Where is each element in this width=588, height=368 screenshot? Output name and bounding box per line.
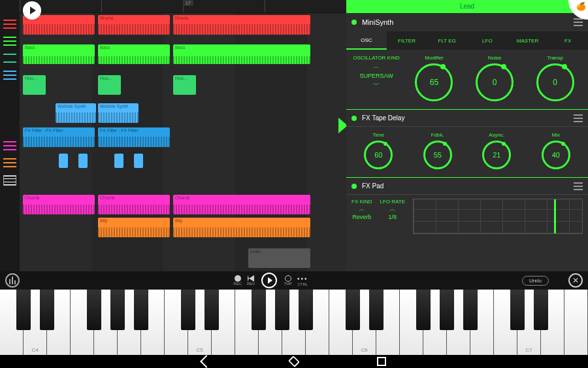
clip-auto[interactable]	[59, 154, 68, 168]
black-key[interactable]	[463, 290, 478, 330]
clip-fxfilter[interactable]: FX Filter : FX Filter	[98, 127, 170, 147]
knob-async[interactable]: 21	[482, 141, 511, 169]
tool-bass[interactable]	[3, 37, 16, 46]
tab-flteg[interactable]: FLT EG	[427, 31, 467, 50]
black-key[interactable]	[40, 290, 54, 330]
knob-label: Transp	[547, 55, 563, 61]
black-key[interactable]	[416, 290, 431, 330]
chevron-up-icon[interactable]: ︿	[359, 206, 365, 212]
black-key[interactable]	[440, 290, 454, 330]
clip-bass[interactable]: Bass	[23, 44, 95, 64]
black-key[interactable]	[87, 290, 101, 330]
black-key[interactable]	[346, 290, 360, 330]
chevron-up-icon[interactable]: ︿	[373, 63, 380, 70]
knob-fdbk[interactable]: 55	[423, 141, 452, 169]
black-key[interactable]	[181, 290, 195, 330]
knob-time[interactable]: 60	[364, 141, 393, 169]
tool-piano[interactable]	[3, 175, 16, 186]
tool-blip[interactable]	[3, 158, 16, 167]
clip-fxfilter[interactable]: FX Filter : FX Filter	[23, 127, 95, 147]
tool-chords[interactable]	[3, 141, 16, 150]
black-key[interactable]	[204, 290, 219, 330]
ctrl-button[interactable]: •••CTRL	[297, 275, 308, 286]
clip-blip[interactable]: Blip	[173, 218, 310, 237]
menu-icon[interactable]	[574, 18, 583, 26]
black-key[interactable]	[134, 290, 148, 330]
tapedelay-name: FX Tape Delay	[362, 114, 404, 122]
nav-home-icon[interactable]	[288, 356, 300, 367]
clip-wobble[interactable]: Wobble Synth	[98, 103, 139, 123]
clip-drums[interactable]: Drums	[98, 15, 170, 35]
clip-drums[interactable]: Drums	[173, 15, 310, 35]
piano-keyboard[interactable]: C4C5C6C7	[0, 290, 588, 355]
nav-back-icon[interactable]	[200, 355, 213, 368]
knob-modifier[interactable]: 65	[415, 63, 453, 101]
menu-icon[interactable]	[574, 182, 583, 190]
clip-auto[interactable]	[78, 154, 88, 168]
tab-filter[interactable]: FILTER	[387, 31, 427, 50]
clip-auto[interactable]	[114, 154, 123, 168]
mixer-icon[interactable]	[5, 273, 20, 288]
osc-kind-value: SUPERSAW	[359, 73, 393, 79]
bar-marker: 17	[183, 0, 193, 6]
tab-fx[interactable]: FX	[547, 31, 588, 50]
clip-chords[interactable]: Chords	[98, 195, 170, 214]
knob-label: Fdbk.	[431, 132, 444, 138]
tab-lfo[interactable]: LFO	[467, 31, 508, 50]
menu-icon[interactable]	[574, 114, 583, 122]
clip-chords[interactable]: Chords	[173, 195, 310, 214]
instrument-panel: 🍊 Lead MiniSynth OSC FILTER FLT EG LFO M…	[346, 0, 588, 271]
clip-hou[interactable]: Hou...	[98, 75, 121, 95]
track-tool-rail	[0, 0, 20, 271]
chevron-up-icon[interactable]: ︿	[389, 206, 396, 212]
tab-osc[interactable]: OSC	[346, 31, 387, 50]
black-key[interactable]	[252, 290, 266, 330]
knob-label: Time	[373, 132, 384, 138]
clip-hou[interactable]: Hou...	[23, 75, 46, 95]
rev-button[interactable]: REV	[247, 275, 255, 286]
close-icon[interactable]: ✕	[568, 273, 583, 288]
tab-master[interactable]: MASTER	[508, 31, 548, 50]
black-key[interactable]	[110, 290, 125, 330]
rec-button[interactable]: REC	[233, 275, 242, 286]
clip-lead[interactable]: Lead	[248, 248, 310, 268]
play-button[interactable]	[261, 273, 277, 288]
transport-bar: REC REV TMP •••CTRL Undo ✕	[0, 271, 588, 290]
black-key[interactable]	[534, 290, 548, 330]
active-dot-icon	[351, 20, 357, 25]
clip-blip[interactable]: Blip	[98, 218, 170, 237]
tool-drums[interactable]	[3, 20, 16, 29]
lforate-value: 1/8	[389, 214, 397, 220]
black-key[interactable]	[299, 290, 313, 330]
timeline-ruler[interactable]: 17	[20, 0, 346, 13]
tmp-button[interactable]: TMP	[284, 275, 292, 286]
synth-tabs: OSC FILTER FLT EG LFO MASTER FX	[346, 31, 588, 50]
knob-transp[interactable]: 0	[536, 63, 574, 101]
fxkind-value: Reverb	[352, 214, 371, 220]
black-key[interactable]	[275, 290, 289, 330]
black-key[interactable]	[369, 290, 384, 330]
chevron-down-icon[interactable]: ﹀	[373, 82, 380, 88]
clip-auto[interactable]	[134, 154, 143, 168]
clip-chords[interactable]: Chords	[23, 195, 95, 214]
undo-button[interactable]: Undo	[522, 276, 549, 286]
knob-mix[interactable]: 40	[542, 141, 570, 169]
play-button-top[interactable]	[23, 1, 41, 20]
timeline[interactable]: 17 Drums Drums Drums Bass Bass Bass Hou.…	[20, 0, 346, 271]
nav-recent-icon[interactable]	[377, 357, 386, 366]
key-label: C7	[517, 347, 540, 353]
clip-hou[interactable]: Hou...	[173, 75, 196, 95]
panel-arrow-icon	[338, 118, 346, 133]
black-key[interactable]	[16, 290, 31, 330]
fx-pad[interactable]	[413, 199, 583, 234]
tool-wave[interactable]	[3, 54, 16, 63]
clip-wobble[interactable]: Wobble Synth	[56, 103, 96, 123]
clip-bass[interactable]: Bass	[173, 44, 310, 64]
active-dot-icon	[351, 184, 357, 189]
black-key[interactable]	[510, 290, 525, 330]
android-navbar	[0, 355, 588, 368]
tool-synth[interactable]	[3, 71, 16, 80]
clip-bass[interactable]: Bass	[98, 44, 170, 64]
lforate-label: LFO RATE	[380, 199, 406, 205]
knob-noise[interactable]: 0	[476, 63, 514, 101]
